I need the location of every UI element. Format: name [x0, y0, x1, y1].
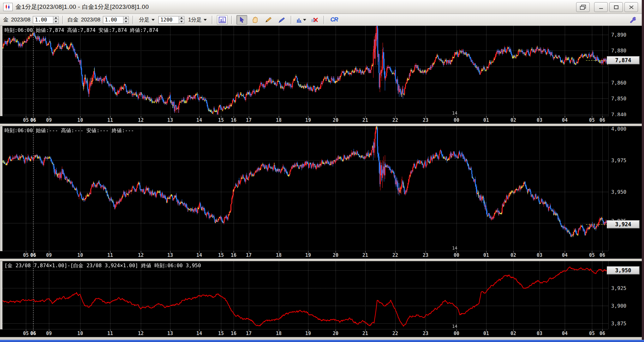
x-axis-label: 10	[76, 331, 85, 336]
x-axis-label: 06	[29, 331, 38, 336]
pane-splitter[interactable]	[0, 124, 642, 126]
x-axis-label: 20	[331, 331, 340, 336]
spin-up-icon[interactable]	[179, 16, 184, 20]
remove-indicator-button[interactable]	[309, 15, 320, 25]
y-axis-label: 3,925	[611, 285, 626, 291]
gold-y-axis: 7,8907,8807,8607,8507,840	[609, 26, 639, 124]
pencil-tool-button[interactable]	[263, 15, 274, 25]
gold-contract-month: 2023/08	[11, 17, 30, 23]
close-button[interactable]	[624, 2, 638, 12]
pencil-icon	[265, 17, 272, 23]
spin-up-icon[interactable]	[53, 16, 59, 20]
platinum-contract-month: 2023/08	[81, 17, 100, 23]
maximize-button[interactable]	[609, 2, 623, 12]
close-icon	[629, 5, 634, 9]
x-axis-label: 01	[482, 117, 491, 123]
x-axis-label: 18	[274, 117, 283, 123]
window-left-edge	[0, 261, 3, 337]
cursor-tool-button[interactable]	[236, 15, 247, 25]
x-axis-label: 12	[136, 117, 145, 123]
cursor-icon	[239, 17, 245, 23]
x-axis-label: 09	[45, 331, 53, 336]
spin-down-icon[interactable]	[179, 20, 184, 24]
platinum-chart-canvas[interactable]	[3, 126, 609, 251]
gold-multiplier-value[interactable]: 1.00	[33, 16, 53, 24]
toolbar-separator	[133, 16, 134, 24]
y-axis-label: 3,950	[611, 189, 626, 195]
chart-settings-icon	[219, 17, 226, 23]
platinum-multiplier-value[interactable]: 1.00	[103, 16, 123, 24]
indicator-chart-button[interactable]	[296, 15, 307, 25]
x-axis-label: 15	[217, 117, 225, 123]
gold-last-price-box: 7,874	[607, 56, 640, 64]
spin-down-icon[interactable]	[53, 20, 59, 24]
x-axis-label: 22	[391, 117, 400, 123]
maximize-icon	[614, 5, 618, 9]
spin-up-icon[interactable]	[123, 16, 129, 20]
pan-hand-button[interactable]	[250, 15, 260, 25]
spread-formula-readout: [金 23/08 7,874×1.00]-[白金 23/08 3,924×1.0…	[4, 262, 201, 269]
cascade-windows-button[interactable]	[576, 2, 590, 12]
x-axis-label: 16	[229, 117, 238, 123]
y-axis-label: 4,000	[611, 126, 626, 132]
timeframe-label: 1分足	[188, 16, 202, 23]
gold-multiplier-spinbox[interactable]: 1.00	[33, 16, 59, 24]
window-left-edge	[0, 126, 3, 259]
chart-region: 時刻:06:00 始値:7,874 高値:7,874 安値:7,874 終値:7…	[0, 26, 642, 340]
x-axis-label: 10	[76, 117, 85, 123]
x-axis-label: 21	[361, 117, 370, 123]
x-axis-label: 06	[598, 117, 607, 123]
x-axis-label: 14	[195, 117, 204, 123]
y-axis-label: 7,850	[611, 96, 626, 102]
pane-platinum: 時刻:06:00 始値:--- 高値:--- 安値:--- 終値:--- 4,0…	[0, 126, 642, 259]
bartype-label: 分足	[139, 16, 150, 23]
x-axis-label: 05	[587, 331, 596, 336]
y-axis-label: 7,860	[611, 80, 626, 86]
x-axis-label: 20	[331, 117, 340, 123]
x-axis-label: 00	[452, 331, 461, 336]
chevron-down-icon	[303, 19, 306, 21]
spread-chart-canvas[interactable]	[3, 261, 609, 329]
x-axis-label: 14	[195, 331, 204, 336]
spin-down-icon[interactable]	[123, 20, 129, 24]
x-axis-label: 03	[535, 117, 544, 123]
title-bar[interactable]: 金1分足[2023/08]1.00 - 白金1分足[2023/08]1.00	[0, 0, 642, 14]
x-axis-label: 16	[229, 331, 238, 336]
gold-chart-canvas[interactable]	[3, 26, 609, 116]
y-axis-label: 3,875	[611, 321, 626, 327]
y-axis-label: 7,890	[611, 32, 626, 38]
spread-last-price-box: 3,950	[607, 266, 640, 274]
x-axis-label: 12	[136, 252, 145, 258]
reload-button[interactable]: CR	[329, 15, 339, 25]
minimize-button[interactable]	[594, 2, 608, 12]
x-axis-label: 22	[391, 331, 400, 336]
pane-splitter[interactable]	[0, 259, 642, 261]
x-axis-label: 21	[361, 252, 370, 258]
timeframe-dropdown[interactable]: 1分足	[187, 15, 208, 24]
x-axis-label: 13	[166, 117, 175, 123]
y-axis-label: 3,975	[611, 157, 626, 163]
wrench-icon	[630, 16, 637, 23]
bar-count-value[interactable]: 1200	[158, 16, 179, 24]
x-axis-label: 11	[106, 117, 115, 123]
x-axis-label: 06	[598, 331, 607, 336]
x-axis-label: 01	[482, 331, 491, 336]
gold-label: 金	[3, 16, 9, 23]
y-axis-label: 7,880	[611, 48, 626, 54]
pen-tool-button[interactable]	[276, 15, 287, 25]
x-axis-label: 06	[598, 252, 607, 258]
chevron-down-icon	[152, 19, 155, 21]
platinum-multiplier-spinbox[interactable]: 1.00	[103, 16, 129, 24]
settings-button[interactable]	[628, 15, 639, 24]
bar-count-spinbox[interactable]: 1200	[158, 16, 184, 24]
x-axis-label: 13	[166, 331, 175, 336]
x-axis-label: 03	[535, 252, 544, 258]
app-window: 金1分足[2023/08]1.00 - 白金1分足[2023/08]1.00	[0, 0, 642, 340]
bartype-dropdown[interactable]: 分足	[138, 15, 156, 24]
toolbar-separator	[212, 16, 213, 24]
chart-settings-button[interactable]	[217, 15, 228, 25]
platinum-label: 白金	[68, 16, 78, 23]
x-axis-label: 02	[509, 117, 518, 123]
x-axis-label: 11	[106, 252, 115, 258]
x-axis-label: 09	[45, 117, 53, 123]
